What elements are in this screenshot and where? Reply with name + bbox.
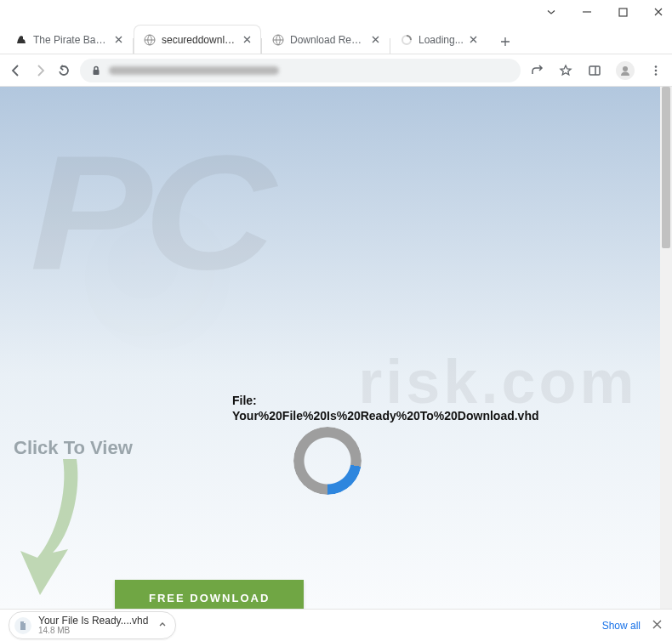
spinner-icon bbox=[400, 33, 413, 47]
show-all-link[interactable]: Show all bbox=[602, 620, 641, 632]
window-controls bbox=[0, 0, 672, 24]
page-content: PC risk.com File: Your%20File%20Is%20Rea… bbox=[0, 87, 660, 609]
watermark: PC risk.com bbox=[0, 87, 660, 609]
star-icon[interactable] bbox=[558, 63, 573, 78]
svg-rect-5 bbox=[589, 66, 600, 75]
download-file-size: 14.8 MB bbox=[38, 627, 148, 636]
tab-piratebay[interactable]: The Pirate Bay - The g bbox=[5, 25, 133, 54]
piratebay-icon bbox=[14, 33, 28, 47]
close-icon[interactable] bbox=[370, 35, 380, 45]
click-to-view-label: Click To View bbox=[14, 437, 133, 459]
tab-loading[interactable]: Loading... bbox=[390, 25, 488, 54]
file-info: File: Your%20File%20Is%20Ready%20To%20Do… bbox=[232, 393, 539, 423]
minimize-button[interactable] bbox=[580, 5, 594, 19]
close-icon[interactable] bbox=[469, 35, 479, 45]
svg-point-7 bbox=[623, 66, 628, 71]
tab-bar: The Pirate Bay - The g secureddownload D… bbox=[0, 24, 672, 54]
maximize-button[interactable] bbox=[616, 5, 629, 19]
scrollbar-track[interactable] bbox=[660, 87, 672, 609]
globe-icon bbox=[143, 33, 157, 47]
free-download-button[interactable]: FREE DOWNLOAD bbox=[115, 580, 304, 609]
tab-title: Download Ready bbox=[290, 34, 365, 46]
address-bar[interactable] bbox=[80, 59, 521, 82]
toolbar-right bbox=[529, 61, 663, 80]
close-icon[interactable] bbox=[652, 620, 662, 632]
page-viewport: PC risk.com File: Your%20File%20Is%20Rea… bbox=[0, 87, 672, 609]
svg-point-9 bbox=[655, 69, 658, 71]
close-icon[interactable] bbox=[242, 35, 252, 45]
chevron-up-icon[interactable] bbox=[158, 620, 167, 632]
down-arrow-icon bbox=[19, 459, 95, 598]
download-file-name: Your File Is Ready....vhd bbox=[38, 615, 148, 627]
forward-button[interactable] bbox=[32, 63, 48, 78]
share-icon[interactable] bbox=[529, 63, 544, 78]
chevron-down-icon[interactable] bbox=[544, 5, 558, 19]
svg-point-8 bbox=[655, 65, 658, 68]
close-button[interactable] bbox=[652, 5, 665, 19]
reload-button[interactable] bbox=[56, 63, 71, 78]
downloads-bar: Your File Is Ready....vhd 14.8 MB Show a… bbox=[0, 609, 672, 641]
menu-icon[interactable] bbox=[648, 63, 663, 78]
svg-rect-4 bbox=[94, 70, 100, 75]
svg-rect-0 bbox=[619, 9, 627, 16]
download-chip[interactable]: Your File Is Ready....vhd 14.8 MB bbox=[9, 611, 176, 639]
file-name: Your%20File%20Is%20Ready%20To%20Download… bbox=[232, 408, 539, 423]
globe-icon bbox=[271, 33, 285, 47]
tab-title: The Pirate Bay - The g bbox=[33, 34, 108, 46]
address-text-blurred bbox=[109, 66, 279, 75]
panel-icon[interactable] bbox=[587, 63, 602, 78]
lock-icon bbox=[90, 65, 102, 77]
file-label: File: bbox=[232, 393, 539, 408]
back-button[interactable] bbox=[9, 63, 24, 78]
close-icon[interactable] bbox=[113, 35, 123, 45]
tab-title: Loading... bbox=[419, 34, 464, 46]
watermark-pc: PC bbox=[30, 118, 266, 306]
tab-downloadready[interactable]: Download Ready bbox=[262, 25, 390, 54]
new-tab-button[interactable] bbox=[493, 30, 517, 54]
profile-avatar[interactable] bbox=[616, 61, 635, 80]
toolbar bbox=[0, 54, 672, 87]
file-icon bbox=[14, 617, 31, 634]
svg-point-10 bbox=[655, 73, 658, 76]
tab-title: secureddownload bbox=[162, 34, 236, 46]
tab-secureddownload[interactable]: secureddownload bbox=[134, 25, 261, 54]
scrollbar-thumb[interactable] bbox=[662, 87, 670, 248]
loading-spinner bbox=[293, 427, 362, 495]
